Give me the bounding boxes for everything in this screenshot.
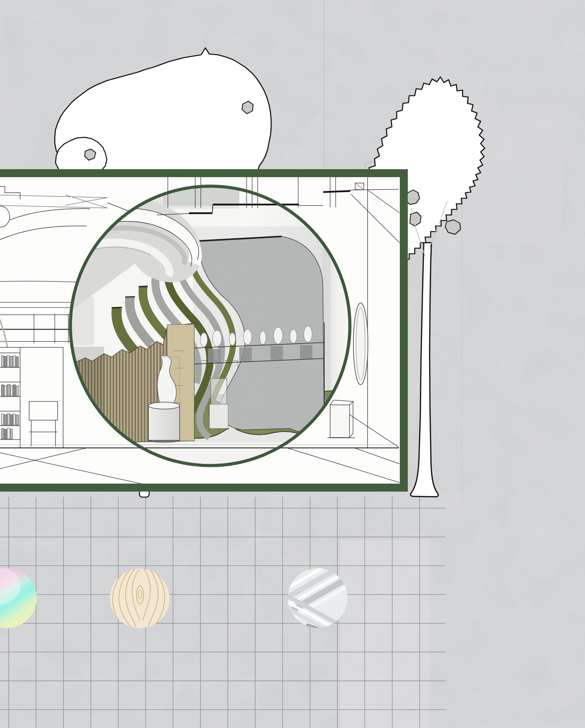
bookshelf [0,347,63,448]
glass-case-small [209,379,228,428]
light-patch [340,541,430,728]
oval-artwork [353,303,368,385]
presentation-board [0,0,585,728]
